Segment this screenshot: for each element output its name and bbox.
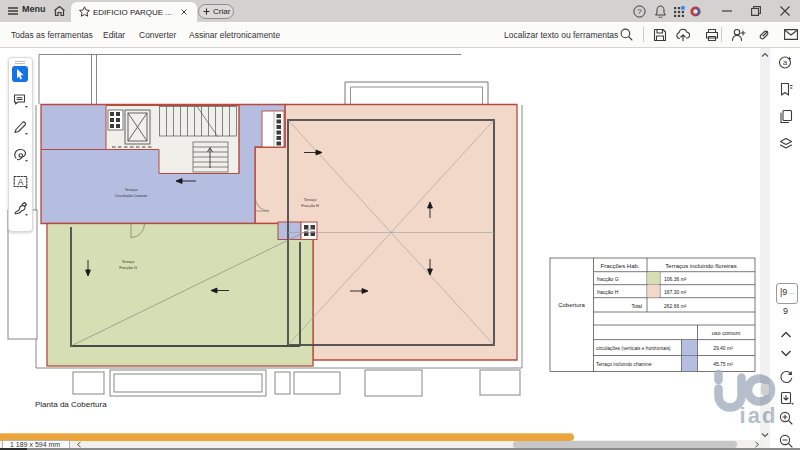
svg-text:Circulação Comum: Circulação Comum — [115, 194, 147, 198]
svg-text:Fracção H: Fracção H — [301, 204, 319, 208]
svg-text:Terraço: Terraço — [125, 188, 138, 192]
svg-text:iad: iad — [740, 403, 778, 428]
svg-text:Total: Total — [631, 303, 642, 309]
svg-text:29.40 m²: 29.40 m² — [713, 345, 733, 351]
svg-text:Terraço incluindo chaminé: Terraço incluindo chaminé — [596, 362, 652, 367]
svg-text:Fracções Hab.: Fracções Hab. — [600, 263, 639, 269]
svg-text:262.66 m²: 262.66 m² — [664, 303, 687, 309]
svg-text:Cobertura: Cobertura — [558, 302, 585, 308]
svg-text:fracção H: fracção H — [597, 289, 619, 295]
svg-text:45.75 m²: 45.75 m² — [713, 361, 733, 367]
svg-text:Planta da Cobertura: Planta da Cobertura — [35, 400, 107, 409]
svg-text:Fracção G: Fracção G — [119, 266, 137, 270]
svg-text:Terraços incluindo floreiras: Terraços incluindo floreiras — [665, 263, 736, 269]
svg-text:a: a — [783, 58, 788, 67]
svg-text:uso comum: uso comum — [712, 330, 741, 336]
svg-text:167.30 m²: 167.30 m² — [664, 289, 687, 295]
svg-text:Terraço: Terraço — [304, 198, 317, 202]
svg-text:A: A — [18, 177, 24, 187]
svg-text:106.36 m²: 106.36 m² — [664, 276, 687, 282]
svg-text:Terraço: Terraço — [122, 260, 135, 264]
svg-text:?: ? — [637, 7, 642, 16]
svg-text:fracção G: fracção G — [597, 276, 619, 282]
svg-text:circulações (verticais e horiz: circulações (verticais e horizontais) — [596, 346, 671, 351]
